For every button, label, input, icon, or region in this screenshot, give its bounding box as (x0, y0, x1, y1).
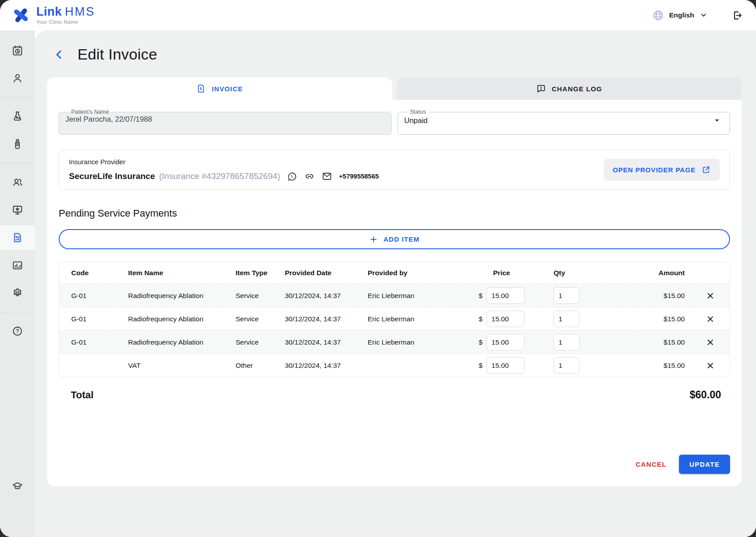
status-label: Status (408, 109, 428, 115)
sidebar-item-reports[interactable] (0, 253, 35, 278)
sidebar-item-education[interactable] (0, 473, 35, 499)
globe-icon (652, 9, 664, 21)
cell-provided-by: Eric Lieberman (366, 338, 462, 346)
remove-item-button[interactable] (704, 290, 716, 302)
back-button[interactable] (52, 48, 66, 61)
add-item-label: ADD ITEM (383, 235, 420, 243)
price-input[interactable] (486, 311, 524, 327)
cell-provided-by: Eric Lieberman (366, 292, 462, 300)
tab-invoice-label: INVOICE (212, 85, 243, 93)
sidebar-item-pharmacy[interactable] (0, 132, 35, 157)
invoice-items-body: G-01 Radiofrequency Ablation Service 30/… (59, 284, 730, 377)
qty-input[interactable] (554, 311, 580, 327)
changelog-bubble-icon (536, 84, 546, 94)
sidebar-divider (0, 312, 35, 312)
sidebar-item-appointments[interactable] (0, 38, 35, 63)
cell-qty (547, 357, 612, 374)
sidebar-item-laboratory[interactable] (0, 104, 35, 129)
col-item-type: Item Type (234, 269, 283, 277)
language-selector[interactable]: English (652, 9, 708, 21)
col-qty: Qty (547, 269, 612, 277)
cell-item-type: Service (234, 338, 283, 346)
col-price: Price (462, 269, 547, 277)
insurance-provider-panel: Insurance Provider SecureLife Insurance … (59, 150, 730, 190)
cell-item-name: VAT (126, 362, 234, 370)
cell-item-name: Radiofrequency Ablation (126, 338, 234, 346)
price-input[interactable] (486, 357, 524, 374)
sidebar: $ (0, 30, 35, 537)
cell-amount: $15.00 (612, 292, 689, 300)
cell-code: G-01 (59, 292, 126, 300)
chevron-down-icon (699, 11, 708, 20)
cell-qty (547, 311, 612, 327)
clinic-cross-icon (12, 6, 30, 25)
remove-item-button[interactable] (704, 360, 716, 371)
tab-invoice[interactable]: $ INVOICE (47, 77, 392, 100)
whatsapp-button[interactable] (287, 171, 297, 182)
qty-input[interactable] (554, 357, 580, 374)
cell-price: $ (462, 334, 547, 350)
sidebar-divider (0, 163, 35, 163)
close-icon (705, 291, 715, 301)
currency-symbol: $ (479, 338, 483, 346)
svg-text:$: $ (16, 235, 18, 239)
sidebar-item-billing[interactable]: $ (0, 225, 35, 250)
cell-provided-date: 30/12/2024, 14:37 (283, 292, 366, 300)
calendar-clock-icon (12, 45, 23, 56)
status-value: Unpaid (404, 116, 428, 125)
cell-amount: $15.00 (612, 338, 689, 346)
cell-price: $ (462, 311, 547, 327)
sidebar-item-staff[interactable] (0, 170, 35, 195)
price-input[interactable] (486, 287, 524, 304)
update-button[interactable]: UPDATE (679, 455, 730, 474)
plus-icon (369, 235, 378, 244)
add-item-button[interactable]: ADD ITEM (59, 229, 730, 249)
open-provider-page-button[interactable]: OPEN PROVIDER PAGE (604, 159, 720, 181)
qty-input[interactable] (554, 287, 580, 304)
external-link-icon (701, 165, 711, 175)
cell-item-type: Other (234, 362, 283, 370)
patient-name-label: Patient's Name (69, 109, 111, 115)
copy-link-button[interactable] (304, 171, 315, 182)
currency-symbol: $ (479, 315, 483, 323)
cell-qty (547, 287, 612, 304)
top-header: Link HMS Your Clinic Name English (0, 0, 756, 30)
sidebar-item-settings[interactable] (0, 281, 35, 306)
table-row: G-01 Radiofrequency Ablation Service 30/… (59, 284, 730, 307)
status-select[interactable]: Unpaid (404, 115, 724, 126)
close-icon (705, 361, 715, 371)
sidebar-item-devices[interactable] (0, 197, 35, 222)
sidebar-item-patients[interactable] (0, 66, 35, 91)
cell-code: G-01 (59, 338, 126, 346)
invoice-card: Patient's Name Status Unpaid (47, 100, 742, 486)
whatsapp-icon (287, 171, 297, 182)
currency-symbol: $ (479, 362, 483, 370)
open-provider-label: OPEN PROVIDER PAGE (613, 166, 696, 174)
qty-input[interactable] (554, 334, 580, 350)
cancel-button[interactable]: CANCEL (636, 460, 666, 468)
price-input[interactable] (486, 334, 524, 350)
link-icon (304, 171, 315, 182)
cell-price: $ (462, 357, 547, 374)
cell-price: $ (462, 287, 547, 304)
insurance-policy-number: (Insurance #432978657852694) (159, 171, 280, 181)
brand-logo: Link HMS Your Clinic Name (12, 6, 95, 25)
email-button[interactable] (322, 171, 332, 182)
remove-item-button[interactable] (704, 337, 716, 348)
remove-item-button[interactable] (704, 313, 716, 325)
pending-payments-heading: Pending Service Payments (59, 208, 730, 219)
staff-users-icon (12, 176, 23, 188)
cell-item-type: Service (234, 292, 283, 300)
cell-item-name: Radiofrequency Ablation (126, 292, 234, 300)
tab-change-log-label: CHANGE LOG (552, 85, 602, 93)
app-window: Link HMS Your Clinic Name English (0, 0, 756, 537)
cell-code: G-01 (59, 315, 126, 323)
logout-button[interactable] (731, 10, 743, 21)
select-caret-icon (712, 115, 722, 126)
total-label: Total (71, 389, 94, 401)
cell-provided-date: 30/12/2024, 14:37 (283, 338, 366, 346)
lab-flask-icon (12, 111, 23, 122)
logout-icon (731, 10, 743, 21)
tab-change-log[interactable]: CHANGE LOG (397, 77, 742, 100)
sidebar-item-help[interactable]: ? (0, 319, 35, 344)
